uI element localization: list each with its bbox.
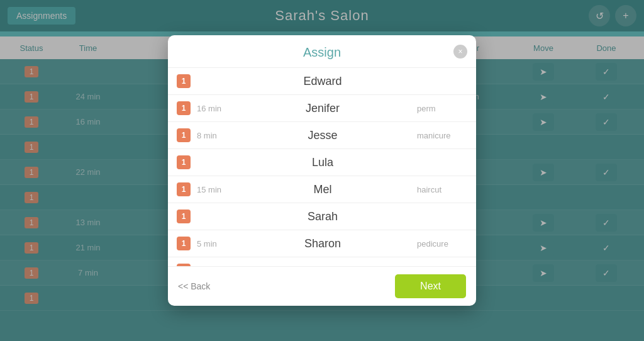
stylist-badge: 1 (177, 155, 191, 169)
stylist-time: 16 min (197, 104, 228, 113)
stylist-service: manicure (417, 131, 467, 140)
stylist-time: 8 min (197, 131, 228, 140)
stylist-service: haircut (417, 185, 467, 194)
stylist-badge: 1 (177, 237, 191, 250)
stylist-badge: 1 (177, 128, 191, 142)
stylist-time: 15 min (197, 185, 228, 194)
modal-footer: << Back Next (168, 266, 476, 306)
stylist-list-item[interactable]: 1 Lula (168, 149, 476, 176)
stylist-name: Lula (228, 156, 417, 169)
stylist-list-item[interactable]: 1 Sarah (168, 203, 476, 230)
modal-header: Assign × (168, 35, 476, 68)
stylist-service: pedicure (417, 239, 467, 249)
stylist-list-item[interactable]: 1 15 min Mel haircut (168, 176, 476, 203)
stylist-name: Mel (228, 183, 417, 196)
stylist-list-item[interactable]: 1 5 min Sharon pedicure (168, 230, 476, 257)
stylist-name: Sharon (228, 237, 417, 250)
stylist-badge: 1 (177, 182, 191, 196)
stylist-list-item[interactable]: 1 Edward (168, 68, 476, 95)
stylist-list-item[interactable]: 1 8 min Jesse manicure (168, 122, 476, 149)
back-button[interactable]: << Back (178, 281, 210, 291)
modal-close-button[interactable]: × (453, 45, 467, 59)
stylist-name: Jenifer (228, 102, 417, 115)
stylist-list-item[interactable]: 1 13 min Shelly haircut (168, 257, 476, 266)
next-button[interactable]: Next (395, 274, 466, 298)
stylist-list-item[interactable]: 1 16 min Jenifer perm (168, 95, 476, 122)
modal-title: Assign (303, 45, 341, 60)
stylist-name: Jesse (228, 129, 417, 142)
stylist-badge: 1 (177, 101, 191, 115)
stylist-list[interactable]: 1 Edward 1 16 min Jenifer perm 1 8 min J… (168, 68, 476, 266)
stylist-badge: 1 (177, 74, 191, 88)
stylist-name: Edward (228, 75, 417, 88)
assign-modal: Assign × 1 Edward 1 16 min Jenifer perm … (168, 35, 476, 306)
modal-overlay: Assign × 1 Edward 1 16 min Jenifer perm … (0, 0, 644, 341)
stylist-time: 5 min (197, 239, 228, 249)
stylist-service: perm (417, 104, 467, 113)
stylist-badge: 1 (177, 210, 191, 223)
stylist-name: Sarah (228, 210, 417, 223)
